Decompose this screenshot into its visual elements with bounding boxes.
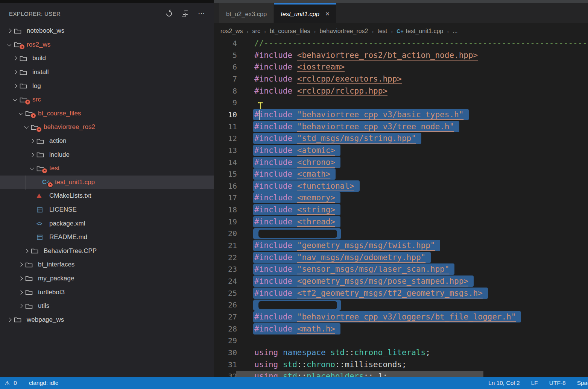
line-number[interactable]: 25 <box>214 288 237 300</box>
code-line-16[interactable]: 16#include <functional> <box>214 180 588 192</box>
code-line-26[interactable]: 26 <box>214 299 588 311</box>
line-number[interactable]: 29 <box>214 335 237 347</box>
code-line-5[interactable]: 5#include <behaviortree_ros2/bt_action_n… <box>214 50 588 62</box>
line-number[interactable]: 16 <box>214 180 237 192</box>
line-number[interactable]: 9 <box>214 97 237 109</box>
tree-item-behaviortree_ros2[interactable]: behaviortree_ros2 <box>0 120 214 134</box>
tree-item-install[interactable]: install <box>0 65 214 79</box>
breadcrumb-item-test_unit1.cpp[interactable]: C+test_unit1.cpp <box>397 28 443 35</box>
tree-item-test[interactable]: test <box>0 162 214 176</box>
code-line-8[interactable]: 8#include <rclcpp/rclcpp.hpp> <box>214 85 588 97</box>
line-number[interactable]: 26 <box>214 299 237 311</box>
line-number[interactable]: 13 <box>214 145 237 157</box>
code-line-13[interactable]: 13#include <atomic> <box>214 145 588 157</box>
tree-item-build[interactable]: build <box>0 51 214 65</box>
tree-item-test_unit1.cpp[interactable]: C+test_unit1.cpp <box>0 176 214 189</box>
tree-item-webpage_ws[interactable]: webpage_ws <box>0 313 214 327</box>
line-number[interactable]: 10 <box>214 109 237 121</box>
code-line-20[interactable]: 20 <box>214 228 588 240</box>
tree-item-bt_course_files[interactable]: bt_course_files <box>0 107 214 121</box>
tree-item-bt_interfaces[interactable]: bt_interfaces <box>0 258 214 272</box>
line-number[interactable]: 6 <box>214 61 237 73</box>
line-number[interactable]: 31 <box>214 359 237 371</box>
line-number[interactable]: 27 <box>214 311 237 323</box>
code-line-10[interactable]: 10#include "behaviortree_cpp_v3/basic_ty… <box>214 109 588 121</box>
tree-item-package.xml[interactable]: <>package.xml <box>0 216 214 230</box>
line-number[interactable]: 12 <box>214 133 237 145</box>
tree-item-turtlebot3[interactable]: turtlebot3 <box>0 285 214 299</box>
code-line-12[interactable]: 12#include "std_msgs/msg/string.hpp" <box>214 133 588 145</box>
breadcrumb-item-test[interactable]: test <box>378 28 387 35</box>
cursor-position[interactable]: Ln 10, Col 2 <box>488 380 520 386</box>
line-number[interactable]: 23 <box>214 263 237 275</box>
tree-item-action[interactable]: action <box>0 134 214 148</box>
tab-test_unit1.cpp[interactable]: test_unit1.cpp× <box>274 3 336 23</box>
code-line-28[interactable]: 28#include <math.h> <box>214 323 588 335</box>
code-line-23[interactable]: 23#include "sensor_msgs/msg/laser_scan.h… <box>214 263 588 275</box>
breadcrumb-item-behaviortree_ros2[interactable]: behaviortree_ros2 <box>320 28 368 35</box>
code-line-27[interactable]: 27#include "behaviortree_cpp_v3/loggers/… <box>214 311 588 323</box>
line-number[interactable]: 22 <box>214 252 237 264</box>
more-actions-icon[interactable]: ⋯ <box>198 12 205 15</box>
line-number[interactable]: 21 <box>214 240 237 252</box>
line-number[interactable]: 8 <box>214 85 237 97</box>
code-line-30[interactable]: 30using namespace std::chrono_literals; <box>214 347 588 359</box>
line-number[interactable]: 24 <box>214 275 237 288</box>
breadcrumb-item-...[interactable]: ... <box>453 28 457 35</box>
line-number[interactable]: 15 <box>214 168 237 180</box>
breadcrumb-item-bt_course_files[interactable]: bt_course_files <box>270 28 310 35</box>
line-number[interactable]: 19 <box>214 216 237 228</box>
line-number[interactable]: 4 <box>214 39 237 50</box>
collapse-folders-icon[interactable] <box>182 11 188 17</box>
line-number[interactable]: 30 <box>214 347 237 359</box>
code-line-24[interactable]: 24#include <geometry_msgs/msg/pose_stamp… <box>214 275 588 288</box>
line-number[interactable]: 14 <box>214 157 237 169</box>
warning-icon[interactable]: ⚠ <box>5 380 10 387</box>
tree-item-README.md[interactable]: README.md <box>0 230 214 244</box>
code-editor[interactable]: 4//-------------------------------------… <box>214 39 588 377</box>
tab-bt_u2_ex3.cpp[interactable]: bt_u2_ex3.cpp <box>219 3 273 23</box>
breadcrumb-item-ros2_ws[interactable]: ros2_ws <box>220 28 243 35</box>
line-number[interactable]: 32 <box>214 371 237 377</box>
code-line-21[interactable]: 21#include "geometry_msgs/msg/twist.hpp" <box>214 240 588 252</box>
code-line-17[interactable]: 17#include <memory> <box>214 192 588 204</box>
code-line-19[interactable]: 19#include <thread> <box>214 216 588 228</box>
refresh-explorer-icon[interactable] <box>165 9 173 17</box>
code-line-4[interactable]: 4//-------------------------------------… <box>214 39 588 50</box>
tree-item-my_package[interactable]: my_package <box>0 272 214 286</box>
line-number[interactable]: 18 <box>214 204 237 216</box>
warnings-count[interactable]: 0 <box>14 380 17 386</box>
tree-item-include[interactable]: include <box>0 148 214 162</box>
tree-item-src[interactable]: src <box>0 93 214 107</box>
line-number[interactable]: 28 <box>214 323 237 335</box>
tree-item-log[interactable]: log <box>0 79 214 93</box>
code-line-22[interactable]: 22#include "nav_msgs/msg/odometry.hpp" <box>214 252 588 264</box>
code-line-25[interactable]: 25#include <tf2_geometry_msgs/tf2_geomet… <box>214 288 588 300</box>
line-number[interactable]: 7 <box>214 73 237 85</box>
eol-indicator[interactable]: LF <box>531 380 538 386</box>
code-line-18[interactable]: 18#include <string> <box>214 204 588 216</box>
tree-item-utils[interactable]: utils <box>0 299 214 313</box>
code-line-14[interactable]: 14#include <chrono> <box>214 157 588 169</box>
encoding-indicator[interactable]: UTF-8 <box>549 380 566 386</box>
tree-item-CMakeLists.txt[interactable]: CMakeLists.txt <box>0 189 214 203</box>
code-line-32[interactable]: 32using std::placeholders::_1; <box>214 371 588 377</box>
breadcrumb-item-src[interactable]: src <box>252 28 260 35</box>
code-line-29[interactable]: 29 <box>214 335 588 347</box>
clangd-status[interactable]: clangd: idle <box>29 380 58 386</box>
line-number[interactable]: 5 <box>214 50 237 62</box>
code-line-31[interactable]: 31using std::chrono::milliseconds; <box>214 359 588 371</box>
line-number[interactable]: 17 <box>214 192 237 204</box>
line-number[interactable]: 11 <box>214 121 237 133</box>
code-line-7[interactable]: 7#include <rclcpp/executors.hpp> <box>214 73 588 85</box>
code-line-9[interactable]: 9 <box>214 97 588 109</box>
close-tab-icon[interactable]: × <box>325 10 330 18</box>
tree-item-notebook_ws[interactable]: notebook_ws <box>0 24 214 38</box>
tree-item-BehaviorTree.CPP[interactable]: BehaviorTree.CPP <box>0 244 214 258</box>
code-line-15[interactable]: 15#include <cmath> <box>214 168 588 180</box>
tree-item-ros2_ws[interactable]: ros2_ws <box>0 38 214 52</box>
tree-item-LICENSE[interactable]: LICENSE <box>0 203 214 217</box>
line-number[interactable]: 20 <box>214 228 237 240</box>
indentation-indicator[interactable]: Spac <box>577 380 588 386</box>
code-line-6[interactable]: 6#include <iostream> <box>214 61 588 73</box>
